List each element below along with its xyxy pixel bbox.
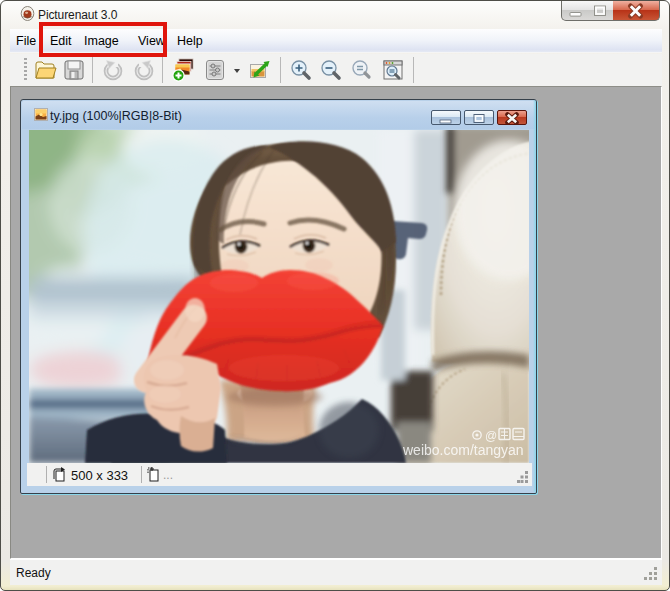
svg-text:@: @ (485, 429, 497, 443)
svg-text:weibo.com/tangyan: weibo.com/tangyan (402, 442, 524, 458)
